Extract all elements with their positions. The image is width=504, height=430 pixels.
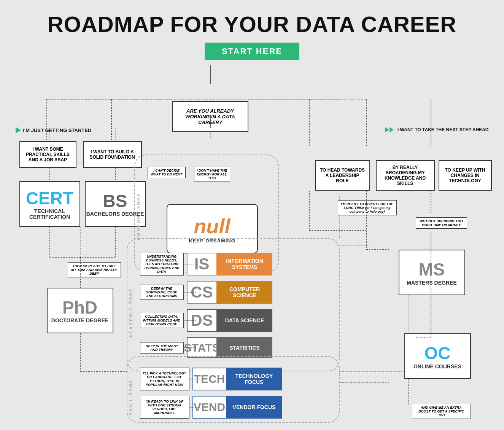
ms-label: MASTERS DEGREE: [407, 280, 456, 286]
invest-label: I'M READY TO INVEST FOR THE LONG TERM (o…: [338, 200, 397, 215]
phd-box: PhD DOCTORATE DEGREE: [47, 288, 113, 333]
academic-row-cs: DEEP IN THE SOFTWARE, CODE AND ALGORITHM…: [140, 281, 272, 304]
skill-row-vend: I'M READY TO LINK UP WITH ONE STRONG VEN…: [140, 396, 282, 419]
academic-row-ds: COLLECTING DATA, FITTING MODELS AND DEPL…: [140, 309, 272, 332]
comfort-mini-1: I CAN'T DECIDE WHAT TO DO NEXT: [148, 167, 186, 178]
academic-row-stats: DEEP IN THE MATH AND THEORY STATS STATIS…: [140, 337, 272, 358]
skill-zone-label: SKILL ZONE: [129, 379, 133, 415]
left-arrow-icon: [16, 127, 21, 133]
cs-abbr: CS: [187, 281, 217, 304]
is-desc: UNDERSTANDING BUSINESS NEEDS, THEN INTEG…: [140, 253, 184, 276]
right-option-3: TO KEEP UP WITH CHANGES IN TECHNOLOGY: [439, 160, 492, 191]
stats-name: STATISTICS: [217, 337, 272, 358]
stats-abbr: STATS: [187, 337, 217, 358]
left-path-label: I'M JUST GETTING STARTED: [16, 127, 92, 133]
null-text: null: [194, 214, 231, 238]
right-path-label: I WANT TO TAKE THE NEXT STEP AHEAD: [385, 127, 489, 132]
cert-abbr: CERT: [26, 188, 73, 209]
ds-name: DATA SCIENCE: [217, 309, 272, 332]
stats-desc: DEEP IN THE MATH AND THEORY: [140, 342, 184, 354]
no-time-label: WITHOUT SPENDING TOO MUCH TIME OR MONEY: [416, 217, 467, 229]
left-option-1: I WANT SOME PRACTICAL SKILLS AND A JOB A…: [19, 141, 76, 168]
comfort-mini-2: I DON'T HAVE THE ENERGY FOR ALL THIS: [194, 167, 230, 182]
tech-abbr: TECH: [192, 368, 227, 390]
page-title: ROADMAP FOR YOUR DATA CAREER: [0, 0, 504, 43]
phd-label: DOCTORATE DEGREE: [51, 318, 108, 323]
vend-abbr: VEND: [192, 396, 227, 419]
tech-name: TECHNOLOGY FOCUS: [227, 368, 282, 390]
left-option-2: I WANT TO BUILD A SOLID FOUNDATION: [83, 141, 142, 168]
comfort-zone-label: COMFORT ZONE: [136, 193, 141, 240]
right-option-1: TO HEAD TOWARDS A LEADERSHIP ROLE: [315, 160, 370, 191]
academic-zone-label: ACADEMIC ZONE: [129, 288, 133, 338]
is-name: INFORMATION SYSTEMS: [217, 253, 272, 276]
oc-box: OC ONLINE COURSES: [404, 333, 471, 379]
cert-box: CERT TECHNICAL CERTIFICATION: [19, 181, 80, 227]
cs-name: COMPUTER SCIENCE: [217, 281, 272, 304]
central-question-box: ARE YOU ALREADY WORKING IN A DATA CAREER…: [172, 101, 248, 132]
is-abbr: IS: [187, 253, 217, 276]
phd-abbr: PhD: [62, 297, 97, 318]
start-button[interactable]: START HERE: [205, 43, 299, 60]
oc-label: ONLINE COURSES: [413, 363, 461, 369]
ds-abbr: DS: [187, 309, 217, 332]
cert-label: TECHNICAL CERTIFICATION: [20, 209, 79, 220]
ds-desc: COLLECTING DATA, FITTING MODELS AND DEPL…: [140, 313, 184, 328]
dive-deep-box: THEN I'M READY TO TAKE MY TIME AND DIVE …: [68, 262, 121, 277]
right-option-2: BY REALLY BROADENING MY KNOWLEDGE AND SK…: [376, 160, 435, 191]
vend-desc: I'M READY TO LINK UP WITH ONE STRONG VEN…: [140, 396, 189, 419]
ms-box: MS MASTERS DEGREE: [399, 250, 465, 295]
skill-row-tech: I'LL PICK A TECHNOLOGY OR LANGUAGE, LIKE…: [140, 368, 282, 390]
extra-boost-label: AND GIVE ME AN EXTRA BOOST TO GET A SPEC…: [412, 404, 471, 419]
cs-desc: DEEP IN THE SOFTWARE, CODE AND ALGORITHM…: [140, 285, 184, 300]
tech-desc: I'LL PICK A TECHNOLOGY OR LANGUAGE, LIKE…: [140, 368, 189, 390]
academic-row-is: UNDERSTANDING BUSINESS NEEDS, THEN INTEG…: [140, 253, 272, 276]
ms-abbr: MS: [419, 259, 445, 280]
oc-abbr: OC: [425, 343, 451, 363]
bs-abbr: BS: [103, 191, 127, 211]
vend-name: VENDOR FOCUS: [227, 396, 282, 419]
right-arrow-icon: [385, 127, 394, 132]
